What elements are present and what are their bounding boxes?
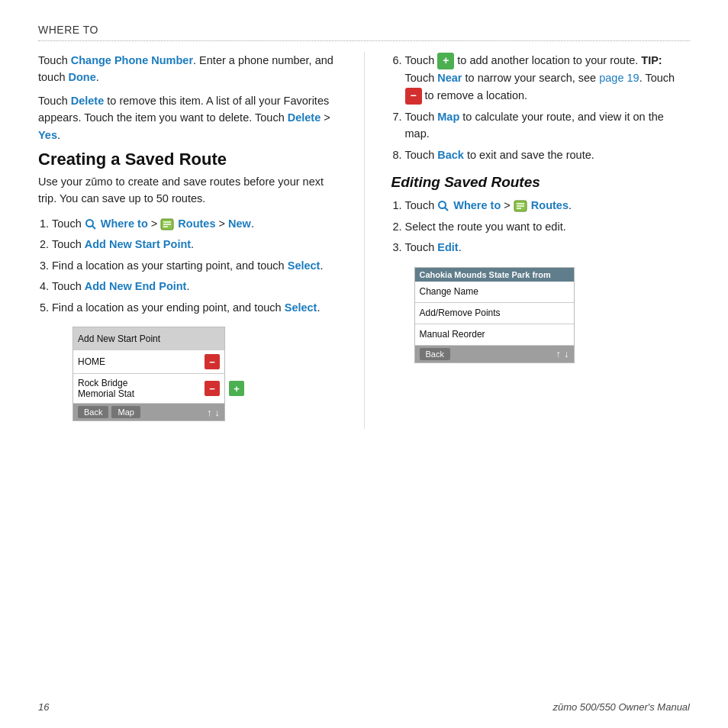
manual-title: zūmo 500/550 Owner's Manual	[552, 701, 690, 713]
step-3: Find a location as your starting point, …	[52, 257, 337, 274]
page-header: Where To	[38, 23, 690, 41]
new-link[interactable]: New	[228, 217, 251, 230]
rock-bridge-label: Rock BridgeMemorial Stat	[78, 378, 201, 399]
routes-link-2[interactable]: Routes	[531, 199, 569, 211]
add-remove-points-label: Add/Remove Points	[420, 308, 569, 318]
search-icon-2	[437, 199, 453, 211]
left-steps-list: Touch Where to >	[38, 215, 337, 316]
column-divider	[364, 52, 365, 429]
left-screen-toolbar: Back Map ↑ ↓	[73, 404, 224, 420]
screen-header-label: Add New Start Point	[78, 333, 220, 344]
where-to-link-1[interactable]: Where to	[101, 217, 148, 230]
device-screenshot-left: Add New Start Point HOME − Rock BridgeMe…	[61, 327, 237, 421]
routes-icon	[160, 217, 178, 230]
svg-point-6	[439, 201, 446, 208]
back-btn-left[interactable]: Back	[78, 406, 108, 418]
routes-link-1[interactable]: Routes	[178, 217, 215, 230]
step-2: Touch Add New Start Point.	[52, 236, 337, 253]
page: Where To Touch Change Phone Number. Ente…	[0, 0, 728, 728]
toolbar-arrows: ↑ ↓	[207, 407, 220, 418]
back-btn-right[interactable]: Back	[420, 348, 450, 360]
page-footer: 16 zūmo 500/550 Owner's Manual	[38, 701, 690, 713]
edit-step-1: Touch Where to >	[405, 197, 691, 214]
svg-line-7	[445, 208, 448, 211]
add-location-btn[interactable]: +	[229, 381, 244, 396]
step-5: Find a location as your ending point, an…	[52, 299, 337, 316]
right-steps-list: Touch + to add another location to your …	[391, 52, 691, 163]
rock-bridge-row: Rock BridgeMemorial Stat − +	[73, 374, 224, 404]
step-1: Touch Where to >	[52, 215, 337, 232]
delete-link-2[interactable]: Delete	[288, 111, 321, 124]
near-link[interactable]: Near	[437, 72, 462, 84]
section-intro: Use your zūmo to create and save routes …	[38, 174, 337, 208]
where-to-link-2[interactable]: Where to	[453, 199, 501, 211]
svg-point-0	[86, 220, 93, 227]
svg-line-1	[92, 226, 95, 229]
editing-saved-routes-title: Editing Saved Routes	[391, 174, 691, 191]
select-link-2[interactable]: Select	[285, 301, 317, 314]
page-19-link[interactable]: page 19	[599, 72, 639, 84]
right-toolbar-arrows: ↑ ↓	[556, 348, 569, 359]
add-new-end-point-link[interactable]: Add New End Point	[85, 280, 187, 292]
home-row: HOME −	[73, 350, 224, 374]
back-link[interactable]: Back	[437, 149, 464, 161]
right-screen-toolbar: Back ↑ ↓	[415, 346, 574, 362]
remove-location-red-btn[interactable]: −	[405, 88, 422, 105]
change-phone-link[interactable]: Change Phone Number	[71, 54, 193, 66]
right-screen-title: Cahokia Mounds State Park from	[415, 268, 574, 282]
done-link[interactable]: Done	[69, 71, 96, 83]
add-location-green-btn[interactable]: +	[437, 53, 454, 69]
screen-header-row: Add New Start Point	[73, 327, 224, 350]
edit-steps-list: Touch Where to >	[391, 197, 691, 256]
step-6: Touch + to add another location to your …	[405, 52, 691, 105]
map-link[interactable]: Map	[437, 111, 459, 123]
creating-saved-route-title: Creating a Saved Route	[38, 150, 337, 169]
delete-link-1[interactable]: Delete	[71, 95, 105, 107]
left-column: Touch Change Phone Number. Enter a phone…	[38, 52, 337, 429]
down-arrow-right[interactable]: ↓	[564, 348, 569, 359]
step-4: Touch Add New End Point.	[52, 278, 337, 295]
home-label: HOME	[78, 356, 201, 367]
step-7: Touch Map to calculate your route, and v…	[405, 108, 691, 143]
routes-icon-2	[514, 199, 531, 211]
down-arrow-left[interactable]: ↓	[215, 407, 221, 418]
zuno-text: zūmo	[552, 701, 577, 713]
page-number: 16	[38, 701, 49, 713]
change-name-row: Change Name	[415, 282, 574, 303]
change-name-label: Change Name	[420, 286, 569, 297]
left-device-screen: Add New Start Point HOME − Rock BridgeMe…	[72, 327, 225, 421]
rock-bridge-minus-btn[interactable]: −	[205, 381, 220, 396]
add-new-start-point-link[interactable]: Add New Start Point	[85, 238, 191, 250]
add-remove-points-row: Add/Remove Points	[415, 303, 574, 324]
manual-reorder-row: Manual Reorder	[415, 324, 574, 346]
step-8: Touch Back to exit and save the route.	[405, 147, 691, 163]
select-link-1[interactable]: Select	[288, 259, 321, 272]
device-screenshot-right: Cahokia Mounds State Park from Change Na…	[414, 267, 691, 363]
content-columns: Touch Change Phone Number. Enter a phone…	[38, 52, 690, 429]
manual-reorder-label: Manual Reorder	[420, 329, 569, 340]
right-column: Touch + to add another location to your …	[391, 52, 691, 429]
edit-step-2: Select the route you want to edit.	[405, 218, 691, 235]
up-arrow-left[interactable]: ↑	[207, 407, 212, 418]
search-icon	[85, 217, 101, 230]
edit-step-3: Touch Edit.	[405, 239, 691, 256]
edit-link[interactable]: Edit	[437, 241, 458, 253]
intro-para-1: Touch Change Phone Number. Enter a phone…	[38, 52, 337, 86]
intro-para-2: Touch Delete to remove this item. A list…	[38, 92, 337, 143]
map-btn[interactable]: Map	[111, 406, 140, 418]
header-title: Where To	[38, 24, 98, 36]
yes-link[interactable]: Yes	[38, 129, 57, 141]
home-minus-btn[interactable]: −	[205, 354, 220, 369]
up-arrow-right[interactable]: ↑	[556, 348, 562, 359]
right-device-screen: Cahokia Mounds State Park from Change Na…	[414, 267, 575, 363]
